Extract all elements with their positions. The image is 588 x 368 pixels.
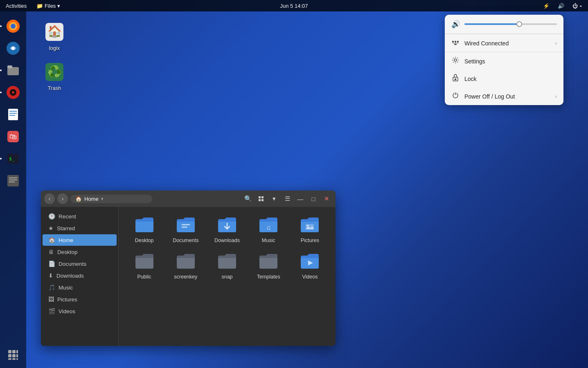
folder-videos[interactable]: Videos: [291, 250, 329, 283]
dock-icon-writer[interactable]: [3, 105, 23, 124]
dock-icon-thunderbird[interactable]: [3, 38, 23, 58]
svg-rect-45: [452, 41, 454, 42]
dock-icon-files[interactable]: [3, 61, 23, 80]
folder-public[interactable]: Public: [125, 250, 163, 283]
dock-icon-appstore[interactable]: 🛍: [3, 127, 23, 146]
list-dropdown-button[interactable]: ▾: [268, 193, 280, 204]
settings-item[interactable]: Settings: [445, 52, 563, 70]
folder-snap[interactable]: snap: [208, 250, 246, 283]
svg-rect-6: [7, 65, 12, 68]
file-manager-window: ‹ › 🏠 Home ▾ 🔍 ▾ ☰ — □ ✕: [41, 191, 336, 346]
svg-rect-29: [12, 358, 16, 360]
sidebar-item-desktop[interactable]: 🖥 Desktop: [43, 246, 117, 258]
minimize-button[interactable]: —: [295, 193, 306, 204]
music-sidebar-icon: 🎵: [48, 284, 55, 291]
documents-sidebar-icon: 📄: [48, 260, 55, 267]
folder-desktop-icon: [135, 217, 154, 236]
desktop-icon-logix[interactable]: 🏠 logix: [36, 17, 73, 54]
svg-rect-27: [16, 354, 18, 357]
svg-rect-20: [9, 180, 17, 180]
folder-downloads[interactable]: Downloads: [208, 213, 246, 247]
wired-arrow-icon: ›: [555, 40, 557, 46]
files-menu-button[interactable]: 📁 Files ▾: [34, 2, 63, 10]
folder-screenkey[interactable]: screenkey: [167, 250, 205, 283]
trash-icon: ♻️: [43, 61, 66, 83]
pictures-sidebar-icon: 🖼: [48, 296, 54, 303]
svg-rect-39: [182, 224, 190, 225]
close-button[interactable]: ✕: [321, 193, 332, 204]
maximize-button[interactable]: □: [308, 193, 319, 204]
logix-icon: 🏠: [43, 20, 66, 43]
path-label: Home: [84, 196, 99, 202]
system-menu: 🔊 Wired Connected ›: [445, 15, 563, 105]
dock-icon-firefox[interactable]: [3, 16, 23, 36]
sidebar-item-starred[interactable]: ★ Starred: [43, 222, 117, 234]
folder-pictures[interactable]: Pictures: [291, 213, 329, 247]
sidebar-item-recent[interactable]: 🕐 Recent: [43, 211, 117, 222]
power-arrow-icon: ›: [555, 94, 557, 99]
svg-rect-35: [259, 196, 261, 198]
svg-point-9: [12, 91, 14, 94]
sidebar-item-videos[interactable]: 🎬 Videos: [43, 305, 117, 317]
svg-rect-51: [453, 43, 458, 43]
lock-item[interactable]: Lock: [445, 70, 563, 88]
svg-rect-52: [455, 43, 456, 44]
folder-music[interactable]: ♫ Music: [250, 213, 288, 247]
svg-rect-37: [259, 199, 261, 201]
network-icon[interactable]: ⚡: [541, 2, 552, 10]
dock-icon-rhythmbox[interactable]: [3, 83, 23, 102]
list-view-button[interactable]: [255, 193, 267, 204]
folder-screenkey-icon: [176, 253, 196, 272]
starred-icon: ★: [48, 225, 54, 231]
svg-rect-36: [261, 196, 264, 198]
fm-sidebar: 🕐 Recent ★ Starred 🏠 Home 🖥 Desktop 📄 Do…: [41, 207, 119, 346]
desktop-icon-trash[interactable]: ♻️ Trash: [36, 57, 73, 94]
svg-rect-12: [9, 113, 17, 114]
volume-slider[interactable]: [464, 23, 557, 25]
path-dropdown-icon[interactable]: ▾: [101, 196, 104, 202]
power-off-item[interactable]: Power Off / Log Out ›: [445, 88, 563, 105]
folder-documents-icon: [176, 217, 196, 236]
svg-text:♫: ♫: [266, 224, 271, 231]
svg-point-2: [11, 24, 16, 29]
svg-rect-19: [9, 177, 17, 178]
settings-icon: [451, 56, 460, 66]
activities-button[interactable]: Activities: [3, 2, 29, 10]
dock-icon-appgrid[interactable]: [3, 345, 23, 365]
power-button[interactable]: ⏻ ▾: [570, 2, 585, 10]
desktop-sidebar-icon: 🖥: [48, 249, 54, 255]
sidebar-item-home[interactable]: 🏠 Home: [43, 234, 117, 246]
sidebar-item-music[interactable]: 🎵 Music: [43, 282, 117, 293]
back-button[interactable]: ‹: [44, 193, 55, 204]
wired-connected-item[interactable]: Wired Connected ›: [445, 34, 563, 52]
search-button[interactable]: 🔍: [242, 193, 254, 204]
svg-rect-46: [455, 41, 456, 42]
sidebar-item-downloads[interactable]: ⬇ Downloads: [43, 270, 117, 281]
svg-rect-10: [8, 109, 18, 120]
folder-documents[interactable]: Documents: [167, 213, 205, 247]
svg-point-56: [455, 79, 456, 80]
svg-rect-38: [261, 199, 264, 201]
svg-point-54: [454, 59, 457, 61]
volume-icon[interactable]: 🔊: [555, 2, 567, 10]
path-bar[interactable]: 🏠 Home ▾: [70, 195, 152, 203]
menu-button[interactable]: ☰: [282, 193, 293, 204]
file-manager-titlebar: ‹ › 🏠 Home ▾ 🔍 ▾ ☰ — □ ✕: [41, 191, 336, 207]
svg-text:$_: $_: [9, 156, 15, 162]
svg-rect-40: [182, 227, 187, 228]
svg-rect-24: [16, 350, 18, 353]
folder-templates[interactable]: Templates: [250, 250, 288, 283]
svg-text:🏠: 🏠: [47, 25, 62, 38]
forward-button[interactable]: ›: [57, 193, 68, 204]
svg-rect-47: [457, 41, 459, 42]
svg-rect-23: [12, 350, 16, 353]
fm-body: 🕐 Recent ★ Starred 🏠 Home 🖥 Desktop 📄 Do…: [41, 207, 336, 346]
dock-icon-notes[interactable]: [3, 171, 23, 191]
folder-desktop[interactable]: Desktop: [125, 213, 163, 247]
sidebar-item-documents[interactable]: 📄 Documents: [43, 258, 117, 269]
sidebar-item-pictures[interactable]: 🖼 Pictures: [43, 294, 117, 305]
dock-icon-terminal[interactable]: $_: [3, 149, 23, 168]
dock: 🛍 $_: [0, 11, 26, 368]
network-wired-icon: [451, 38, 460, 48]
folder-templates-icon: [259, 253, 278, 272]
